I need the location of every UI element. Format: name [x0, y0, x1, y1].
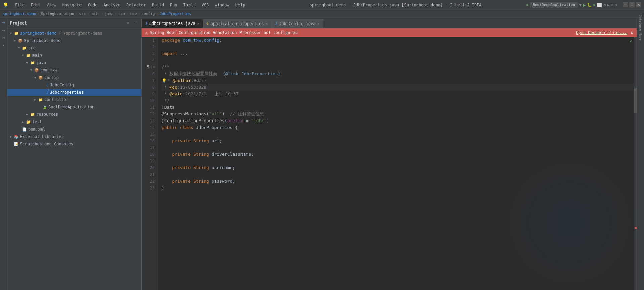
run-coverage-button[interactable]: ▶	[593, 3, 596, 7]
author-tag: @author	[173, 77, 191, 84]
menu-view[interactable]: View	[44, 2, 59, 8]
menu-vcs[interactable]: VCS	[199, 2, 212, 8]
code-content[interactable]: package com.txw.config ; import ...	[158, 37, 637, 290]
code-line-1: package com.txw.config ;	[162, 37, 637, 44]
menu-navigate[interactable]: Navigate	[60, 2, 85, 8]
minimize-button[interactable]: ─	[623, 2, 628, 7]
menu-run[interactable]: Run	[167, 2, 180, 8]
maximize-button[interactable]: □	[629, 2, 635, 7]
open-documentation-link[interactable]: Open Documentation...	[576, 30, 627, 35]
tree-item-springboot-demo-module[interactable]: ▼ 📦 Springboot-demo	[7, 37, 141, 44]
tab-close-icon[interactable]: ✕	[197, 22, 199, 26]
close-button[interactable]: ✕	[636, 2, 641, 7]
line-num-1: 1	[142, 37, 155, 44]
comment-author: *	[167, 77, 173, 84]
tree-item-controller[interactable]: ▶ 📁 controller	[7, 96, 141, 103]
menu-refactor[interactable]: Refactor	[124, 2, 149, 8]
tab-application-properties[interactable]: ⚙ application.properties ✕	[203, 19, 272, 28]
breadcrumb-txw[interactable]: txw	[130, 12, 137, 16]
tree-item-scratches[interactable]: 📝 Scratches and Consoles	[7, 140, 141, 148]
menu-help[interactable]: Help	[233, 2, 248, 8]
run-config-selector[interactable]: BootDemoApplication	[530, 2, 578, 8]
tree-item-jdbc-config[interactable]: J JdbcConfig	[7, 81, 141, 89]
scrollbar-thumb[interactable]	[634, 88, 637, 113]
tab-jdbc-properties[interactable]: J JdbcProperties.java ✕	[142, 19, 203, 28]
menu-file[interactable]: File	[12, 2, 28, 8]
layout-btn[interactable]: ⊞	[611, 3, 613, 7]
right-tab-database[interactable]: Database	[637, 19, 644, 26]
tree-item-test[interactable]: ▶ 📁 test	[7, 118, 141, 126]
line-num-13: 13	[142, 117, 155, 124]
menu-bar: File Edit View Navigate Code Analyze Ref…	[12, 2, 248, 8]
debug-button[interactable]: 🐛	[587, 3, 592, 7]
line-numbers: 1 2 3 4 5 |≡ 6 7 8 9 10 11 12 13 14 15 1…	[142, 37, 158, 290]
left-tab-favorites[interactable]: ★	[0, 42, 7, 48]
breadcrumb-class[interactable]: JdbcProperties	[160, 12, 191, 16]
panel-settings-icon[interactable]: ⚙	[125, 20, 130, 26]
more-run-btn[interactable]: ⚙	[603, 3, 606, 7]
menu-tools[interactable]: Tools	[181, 2, 198, 8]
line-num-4: 4	[142, 57, 155, 64]
javadoc-link: {@link JdbcProperties}	[223, 70, 280, 77]
left-tab-ant[interactable]: 🐜	[0, 34, 7, 41]
run-button[interactable]: ▶	[583, 2, 586, 8]
run-config-dropdown[interactable]: ▼	[579, 2, 582, 7]
tree-item-ext-libs[interactable]: ▶ 📚 External Libraries	[7, 133, 141, 140]
more-run-btn2[interactable]: ▶	[607, 3, 609, 7]
code-line-15	[162, 131, 637, 138]
settings-btn[interactable]: ⚙	[615, 3, 617, 7]
kw-string: String	[193, 164, 209, 171]
breadcrumb-springboot-demo2[interactable]: Springboot-demo	[41, 12, 74, 16]
panel-minimize-icon[interactable]: ─	[133, 20, 139, 26]
tree-item-boot-demo[interactable]: 🍃 BootDemoApplication	[7, 103, 141, 111]
kw-import: import	[162, 50, 177, 57]
breadcrumb-springboot-demo[interactable]: springboot-demo	[3, 12, 36, 16]
tree-item-jdbc-properties[interactable]: J JdbcProperties	[7, 89, 141, 96]
breadcrumb-java[interactable]: java	[105, 12, 114, 16]
tab-close-icon[interactable]: ✕	[266, 22, 268, 26]
class-name: JdbcProperties	[196, 124, 233, 131]
tree-label: pom.xml	[28, 127, 45, 132]
warning-settings-btn[interactable]: ⚙	[631, 30, 633, 35]
left-tab-1-project[interactable]: 1	[0, 19, 7, 26]
kw-public: public	[162, 124, 177, 131]
breadcrumb: springboot-demo › Springboot-demo › src …	[0, 10, 644, 18]
tree-item-pom[interactable]: 📄 pom.xml	[7, 126, 141, 133]
test-icon: 📁	[26, 120, 31, 124]
scrollbar-track[interactable]	[634, 37, 637, 290]
breadcrumb-src[interactable]: src	[79, 12, 86, 16]
annotation-param: prefix	[227, 117, 243, 124]
tab-prop-icon: ⚙	[206, 21, 209, 26]
tree-item-resources[interactable]: ▶ 📁 resources	[7, 111, 141, 118]
breadcrumb-com[interactable]: com	[118, 12, 125, 16]
menu-edit[interactable]: Edit	[28, 2, 43, 8]
menu-window[interactable]: Window	[212, 2, 232, 8]
code-editor[interactable]: 1 2 3 4 5 |≡ 6 7 8 9 10 11 12 13 14 15 1…	[142, 37, 637, 290]
tree-label: src	[28, 46, 36, 50]
menu-analyze[interactable]: Analyze	[101, 2, 123, 8]
module-icon: 📦	[18, 39, 23, 43]
breadcrumb-config[interactable]: config	[142, 12, 155, 16]
tree-item-com-txw[interactable]: ▼ 📦 com.txw	[7, 66, 141, 74]
tree-item-main[interactable]: ▼ 📁 main	[7, 52, 141, 59]
tab-label: JdbcProperties.java	[149, 21, 195, 26]
menu-build[interactable]: Build	[149, 2, 167, 8]
app-icon: 💡	[3, 2, 8, 8]
tree-item-config[interactable]: ▼ 📦 config	[7, 74, 141, 81]
stop-button[interactable]: ⬜	[597, 3, 602, 7]
tree-item-src[interactable]: ▼ 📁 src	[7, 44, 141, 52]
tab-jdbc-config[interactable]: J JdbcConfig.java ✕	[272, 19, 323, 28]
tree-item-springboot-demo-root[interactable]: ▼ 📁 springboot-demo F:\springboot-demo	[7, 30, 141, 37]
right-tab-maven[interactable]: Maven	[637, 34, 644, 41]
left-tab-2-structure[interactable]: 2	[0, 27, 7, 34]
folder-icon: 📁	[26, 53, 31, 58]
tree-label: BootDemoApplication	[48, 105, 94, 109]
line-num-16: 16	[142, 138, 155, 144]
line-num-18: 18	[142, 151, 155, 158]
tab-close-icon[interactable]: ✕	[318, 22, 320, 26]
annotation-data: @Data	[162, 104, 175, 111]
tree-item-java[interactable]: ▼ 📁 java	[7, 59, 141, 66]
breadcrumb-main[interactable]: main	[91, 12, 100, 16]
kw-string: String	[193, 178, 209, 185]
menu-code[interactable]: Code	[85, 2, 100, 8]
